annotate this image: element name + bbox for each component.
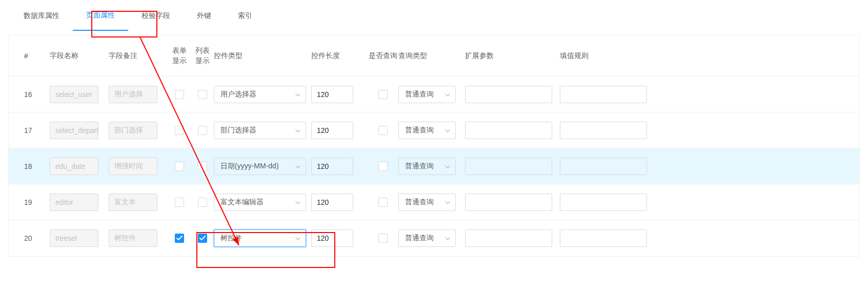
is-query-checkbox[interactable] — [378, 198, 388, 207]
query-type-select[interactable]: 普通查询 — [398, 194, 456, 211]
cell-num: 18 — [14, 162, 50, 170]
cell-num: 16 — [14, 90, 50, 99]
table-row: 16select_user用户选择用户选择器120普通查询 — [9, 76, 859, 112]
table: # 字段名称 字段备注 表单显示 列表显示 控件类型 控件长度 是否查询 查询类… — [8, 35, 860, 257]
form-show-checkbox[interactable] — [175, 126, 184, 135]
cell-num: 17 — [14, 126, 50, 135]
chevron-down-icon — [445, 163, 450, 170]
th-fillrule: 填值规则 — [560, 51, 655, 61]
field-remark-input[interactable]: 增强时间 — [109, 158, 157, 175]
th-listshow: 列表显示 — [191, 46, 214, 66]
field-remark-input[interactable]: 用户选择 — [109, 86, 157, 103]
field-remark-input[interactable]: 部门选择 — [109, 122, 157, 139]
list-show-checkbox[interactable] — [198, 234, 207, 243]
th-formshow: 表单显示 — [168, 46, 191, 66]
table-row: 18edu_date增强时间日期(yyyy-MM-dd)120普通查询 — [9, 148, 859, 184]
control-len-input[interactable]: 120 — [311, 122, 353, 139]
list-show-checkbox[interactable] — [198, 198, 207, 207]
table-header: # 字段名称 字段备注 表单显示 列表显示 控件类型 控件长度 是否查询 查询类… — [9, 35, 859, 76]
list-show-checkbox[interactable] — [198, 90, 207, 99]
ext-param-input[interactable] — [465, 158, 552, 175]
is-query-checkbox[interactable] — [378, 234, 388, 243]
chevron-down-icon — [445, 235, 450, 242]
field-name-input[interactable]: treesel — [50, 229, 98, 247]
field-remark-input[interactable]: 富文本 — [109, 194, 157, 211]
form-show-checkbox[interactable] — [175, 198, 184, 207]
form-show-checkbox[interactable] — [175, 90, 184, 99]
chevron-down-icon — [295, 199, 300, 206]
fill-rule-input[interactable] — [560, 158, 647, 175]
control-type-select[interactable]: 部门选择器 — [214, 122, 306, 139]
chevron-down-icon — [445, 91, 450, 98]
th-fieldremark: 字段备注 — [109, 51, 168, 61]
ext-param-input[interactable] — [465, 86, 552, 103]
is-query-checkbox[interactable] — [378, 162, 388, 171]
ext-param-input[interactable] — [465, 122, 552, 139]
field-remark-input[interactable]: 树控件 — [109, 229, 157, 247]
query-type-select[interactable]: 普通查询 — [398, 229, 456, 247]
tab-0[interactable]: 数据库属性 — [10, 0, 73, 31]
fill-rule-input[interactable] — [560, 194, 647, 211]
th-extparam: 扩展参数 — [465, 51, 560, 61]
table-row: 19editor富文本富文本编辑器120普通查询 — [9, 184, 859, 220]
form-show-checkbox[interactable] — [175, 234, 184, 243]
ext-param-input[interactable] — [465, 229, 552, 247]
query-type-select[interactable]: 普通查询 — [398, 122, 456, 139]
table-row: 20treesel树控件树控件120普通查询 — [9, 220, 859, 256]
control-type-select[interactable]: 富文本编辑器 — [214, 194, 306, 211]
is-query-checkbox[interactable] — [378, 90, 388, 99]
tab-3[interactable]: 外键 — [184, 0, 225, 31]
chevron-down-icon — [295, 163, 300, 170]
form-show-checkbox[interactable] — [175, 162, 184, 171]
chevron-down-icon — [295, 235, 300, 242]
control-type-select[interactable]: 日期(yyyy-MM-dd) — [214, 158, 306, 175]
field-name-input[interactable]: select_user — [50, 86, 98, 103]
field-name-input[interactable]: editor — [50, 194, 98, 211]
tabs: 数据库属性页面属性校验字段外键索引 — [0, 0, 868, 31]
cell-num: 20 — [14, 234, 50, 242]
table-row: 17select_depart部门选择部门选择器120普通查询 — [9, 112, 859, 148]
fill-rule-input[interactable] — [560, 229, 647, 247]
query-type-select[interactable]: 普通查询 — [398, 158, 456, 175]
cell-num: 19 — [14, 198, 50, 206]
th-controltype: 控件类型 — [214, 51, 311, 61]
ext-param-input[interactable] — [465, 194, 552, 211]
th-querytype: 查询类型 — [398, 51, 465, 61]
chevron-down-icon — [445, 127, 450, 134]
control-len-input[interactable]: 120 — [311, 86, 353, 103]
th-num: # — [14, 52, 50, 60]
th-isquery: 是否查询 — [368, 51, 398, 61]
tab-2[interactable]: 校验字段 — [128, 0, 184, 31]
control-type-select[interactable]: 用户选择器 — [214, 86, 306, 103]
field-name-input[interactable]: edu_date — [50, 158, 98, 175]
field-name-input[interactable]: select_depart — [50, 122, 98, 139]
control-len-input[interactable]: 120 — [311, 158, 353, 175]
chevron-down-icon — [295, 127, 300, 134]
th-fieldname: 字段名称 — [50, 51, 109, 61]
list-show-checkbox[interactable] — [198, 126, 207, 135]
control-type-select[interactable]: 树控件 — [214, 229, 306, 247]
th-controllen: 控件长度 — [311, 51, 368, 61]
tab-1[interactable]: 页面属性 — [73, 0, 128, 31]
control-len-input[interactable]: 120 — [311, 194, 353, 211]
is-query-checkbox[interactable] — [378, 126, 388, 135]
control-len-input[interactable]: 120 — [311, 229, 353, 247]
chevron-down-icon — [445, 199, 450, 206]
fill-rule-input[interactable] — [560, 122, 647, 139]
chevron-down-icon — [295, 91, 300, 98]
fill-rule-input[interactable] — [560, 86, 647, 103]
query-type-select[interactable]: 普通查询 — [398, 86, 456, 103]
tab-4[interactable]: 索引 — [225, 0, 266, 31]
list-show-checkbox[interactable] — [198, 162, 207, 171]
